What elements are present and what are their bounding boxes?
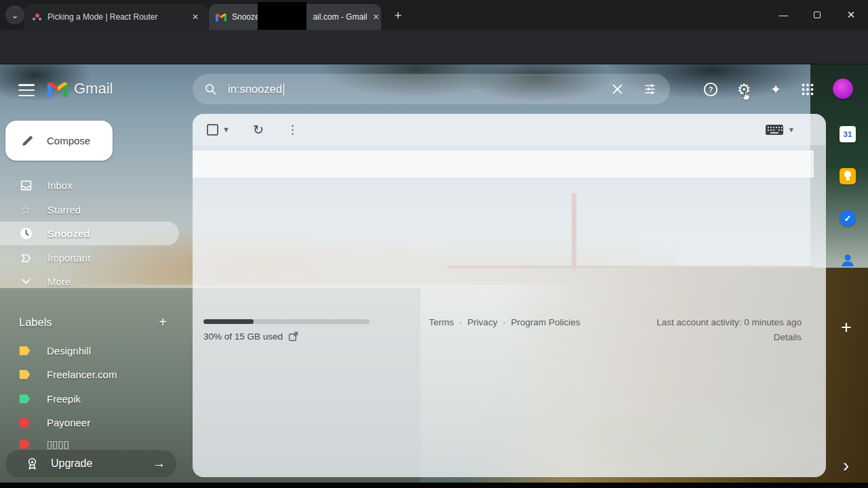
label-tag-icon xyxy=(19,369,32,380)
sidebar-item-snoozed[interactable]: Snoozed xyxy=(0,222,179,245)
letterbox-strip xyxy=(0,483,868,488)
select-dropdown-icon[interactable]: ▼ xyxy=(222,125,230,134)
medal-icon xyxy=(26,457,39,471)
label-tag-icon xyxy=(19,418,32,428)
react-router-favicon xyxy=(31,12,42,22)
tasks-icon[interactable]: ✓ xyxy=(840,210,856,226)
tab-close-icon[interactable]: ✕ xyxy=(372,11,379,23)
show-side-panel-icon[interactable]: › xyxy=(843,455,849,476)
clear-search-icon[interactable] xyxy=(609,81,625,98)
legal-links: Terms · Privacy · Program Policies xyxy=(396,317,613,327)
get-addons-icon[interactable]: + xyxy=(841,317,852,338)
storage-meter-fill xyxy=(203,319,254,324)
storage-text: 30% of 15 GB used xyxy=(203,331,283,342)
tab-close-icon[interactable]: ✕ xyxy=(189,11,201,23)
restore-button[interactable] xyxy=(800,0,834,30)
select-all-checkbox[interactable] xyxy=(207,124,218,136)
input-tools-dropdown-icon[interactable]: ▼ xyxy=(788,126,795,134)
search-bar[interactable]: in:snoozed xyxy=(193,74,670,104)
tab-title: Picking a Mode | React Router xyxy=(47,12,184,22)
empty-list-row xyxy=(193,150,814,178)
browser-window: ⌄ Picking a Mode | React Router ✕ Snooz xyxy=(0,0,868,488)
sidebar-item-starred[interactable]: ☆ Starred xyxy=(0,198,179,222)
details-link[interactable]: Details xyxy=(774,332,802,342)
redaction-box xyxy=(258,2,307,30)
gmail-wordmark: Gmail xyxy=(74,80,113,98)
label-tag-icon xyxy=(19,394,32,404)
list-toolbar: ▼ ↻ ⋮ xyxy=(193,114,826,145)
label-item[interactable]: Freepik xyxy=(0,387,179,411)
clock-icon xyxy=(19,227,33,240)
sidebar-item-important[interactable]: Important xyxy=(0,246,179,270)
keep-icon[interactable] xyxy=(840,168,856,184)
gemini-sparkle-icon[interactable]: ✦ xyxy=(767,81,785,98)
gmail-logo: Gmail xyxy=(47,80,113,98)
label-item[interactable]: Designhill xyxy=(0,339,179,363)
label-tag-icon xyxy=(19,439,32,449)
compose-button[interactable]: Compose xyxy=(5,121,113,161)
refresh-icon[interactable]: ↻ xyxy=(253,122,264,138)
search-icon[interactable] xyxy=(202,81,218,98)
gmail-m-icon xyxy=(47,81,68,97)
privacy-link[interactable]: Privacy xyxy=(467,317,497,327)
sidebar-item-more[interactable]: More xyxy=(0,270,179,293)
main-menu-icon[interactable] xyxy=(18,83,35,98)
search-input[interactable]: in:snoozed xyxy=(228,83,282,96)
calendar-icon[interactable]: 31 xyxy=(840,126,856,142)
svg-text:?: ? xyxy=(709,85,713,94)
window-controls: — ✕ xyxy=(766,0,868,30)
browser-toolbar: ← → ↻ mail.google.com/mail/u/0/#snoozed … xyxy=(0,30,868,64)
help-icon[interactable]: ? xyxy=(702,81,719,98)
search-options-icon[interactable] xyxy=(642,81,658,98)
compose-label: Compose xyxy=(47,135,90,146)
text-caret xyxy=(283,83,285,96)
google-apps-grid-icon[interactable] xyxy=(799,81,816,98)
terms-link[interactable]: Terms xyxy=(429,317,454,327)
tab-strip: ⌄ Picking a Mode | React Router ✕ Snooz xyxy=(0,0,868,30)
account-avatar[interactable] xyxy=(833,79,853,99)
labels-header: Labels + xyxy=(0,312,179,332)
gmail-favicon xyxy=(216,12,226,22)
contacts-icon[interactable] xyxy=(840,252,856,268)
keyboard-icon[interactable] xyxy=(766,125,783,135)
last-activity-text: Last account activity: 0 minutes ago xyxy=(656,317,802,327)
tab-gmail[interactable]: Snoozed ail.com - Gmail ✕ xyxy=(209,4,381,30)
arrow-right-icon: → xyxy=(153,456,165,471)
storage-meter xyxy=(203,319,370,324)
important-marker-icon xyxy=(19,252,33,264)
label-item[interactable]: Payoneer xyxy=(0,411,179,434)
tab-search-button[interactable]: ⌄ xyxy=(5,5,24,24)
create-label-icon[interactable]: + xyxy=(159,314,167,330)
pencil-icon xyxy=(20,134,35,148)
inbox-icon xyxy=(19,179,33,192)
mouse-hand-cursor xyxy=(739,89,751,102)
upgrade-button[interactable]: Upgrade → xyxy=(5,450,176,477)
chevron-down-icon xyxy=(19,279,33,285)
more-options-icon[interactable]: ⋮ xyxy=(287,123,298,137)
tab-react-router[interactable]: Picking a Mode | React Router ✕ xyxy=(24,4,208,30)
program-policies-link[interactable]: Program Policies xyxy=(511,317,580,327)
minimize-button[interactable]: — xyxy=(766,0,800,30)
star-icon: ☆ xyxy=(19,203,33,218)
label-tag-icon xyxy=(19,346,32,356)
new-tab-button[interactable]: + xyxy=(389,7,407,24)
input-tools-control[interactable]: ▼ xyxy=(766,125,795,135)
label-item[interactable]: Freelancer.com xyxy=(0,363,179,386)
open-in-new-icon[interactable] xyxy=(288,331,298,342)
sidebar-item-inbox[interactable]: Inbox xyxy=(0,174,179,197)
close-window-button[interactable]: ✕ xyxy=(834,0,868,30)
storage-section: 30% of 15 GB used xyxy=(203,319,370,342)
mail-list-panel: ▼ ↻ ⋮ ▼ 30% of 15 GB used Terms · xyxy=(193,114,826,477)
